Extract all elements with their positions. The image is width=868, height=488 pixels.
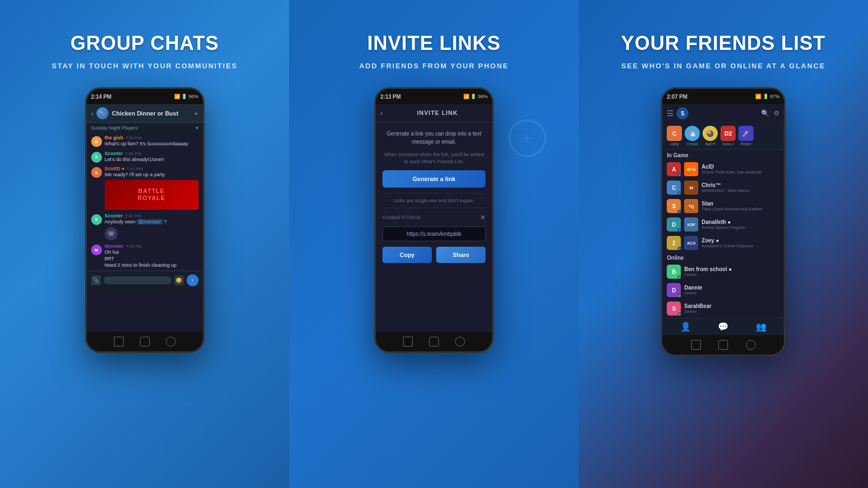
phone-right-nav-back[interactable]: ‹ [691,340,701,350]
friend-item-danalleth[interactable]: D KSP Danalleth ● Kerbal Space Program [662,215,784,234]
friend-thumb-avatar-rocke: 🚀 [738,126,754,141]
friends-tab-group-icon[interactable]: 👥 [756,322,767,332]
friend-thumb-rocke[interactable]: 🚀 Rocke [738,126,754,146]
settings-icon[interactable]: ⚙ [774,110,780,117]
search-icon[interactable]: 🔍 [761,110,769,117]
send-button[interactable]: ↑ [187,274,199,286]
friend-item-chris[interactable]: C M Chris™ MORDHAU · Main Menu [662,178,784,197]
chat-group-name: Chicken Dinner or Bust [112,110,190,117]
generate-link-button[interactable]: Generate a link [382,170,486,188]
friend-game-danalleth: Kerbal Space Program [701,225,780,230]
phone-left-bottom-bar: ‹ [87,332,203,351]
friends-tab-chat-icon[interactable]: 💬 [718,322,729,332]
steam-logo: S [676,107,688,119]
friend-thumb-avatar-colby: C [667,126,682,141]
msg-name-5: Monster [105,243,124,249]
monster-sticker: 👾 [105,227,118,240]
friend-item-sarahbear[interactable]: S SarahBear Online [662,299,784,318]
msg-header-3: ScottD ● 7:41 PM [105,166,199,171]
phone-right-icons: 📶 🔋 97% [755,94,780,99]
msg-header-4: Scooter 7:41 PM [105,213,199,219]
msg-time-3: 7:41 PM [127,166,143,171]
friend-thumb-colby[interactable]: C colby [667,126,682,146]
chat-message-2: S Scooter 7:39 PM Let's do this already!… [91,151,199,163]
msg-name-1: the gish [105,135,124,140]
single-use-note: Links are single-use and don't expire. [382,193,486,208]
invite-back-icon[interactable]: ‹ [380,108,383,117]
friend-status-text-dannie: Online [684,291,780,296]
mention-tag: @monster [137,219,163,224]
friends-header-left: ☰ S [667,107,688,119]
msg-header-1: the gish 7:39 PM [105,135,199,140]
friend-avatar-acid: A [667,162,681,176]
msg-content-5: Monster 7:42 PM Oh haiBRTNeed 2 mins to … [105,243,199,268]
phone-nav-back[interactable]: ‹ [114,337,124,346]
friend-item-acid[interactable]: A GTA AcID Grand Theft Auto: San Andreas [662,160,784,178]
emoji-icon[interactable]: 😊 [174,275,184,285]
phone-center-nav-home[interactable] [429,337,439,346]
back-arrow-icon[interactable]: ‹ [91,109,94,118]
friend-thumb-ball[interactable]: 🎱 Ball P [703,126,718,146]
friends-tab-person-icon[interactable]: 👤 [680,322,691,332]
friend-status-sarahbear [678,312,681,316]
msg-header-5: Monster 7:42 PM [105,243,199,249]
msg-avatar-1: G [91,136,102,147]
phone-nav-home[interactable] [140,337,150,346]
invite-action-buttons: Copy Share [382,247,486,263]
invite-header: ‹ INVITE LINK [376,104,492,122]
friend-item-dannie[interactable]: D Dannie Online [662,281,784,299]
msg-time-2: 7:39 PM [125,151,141,156]
phone-right-screen: ☰ S 🔍 ⚙ C colby 🐔 Chicke [662,104,784,335]
panel-left-subtitle: STAY IN TOUCH WITH YOUR COMMUNITIES [52,61,238,72]
friend-item-zoey[interactable]: Z ACO Zoey ● Assassin's Creed Odyssey [662,234,784,252]
friends-header-right: 🔍 ⚙ [761,110,780,117]
chat-section-toggle[interactable]: ▾ [196,125,199,131]
phone-center-nav-back[interactable]: ‹ [403,337,413,346]
link-url-bar[interactable]: https://s.team/kmtqddk [382,227,486,241]
friend-thumb-name-chicke: Chicke [687,142,698,146]
friend-name-zoey: Zoey ● [701,237,780,243]
panel-group-chats: GROUP CHATS STAY IN TOUCH WITH YOUR COMM… [0,0,289,488]
panel-right-subtitle: SEE WHO'S IN GAME OR ONLINE AT A GLANCE [621,61,825,72]
add-member-icon[interactable]: + [194,109,198,118]
msg-content-3: ScottD ● 7:41 PM We ready? I'll set up a… [105,166,199,209]
attachment-icon[interactable]: 📎 [91,275,101,285]
friend-avatar-chris: C [667,181,681,195]
friend-game-acid: Grand Theft Auto: San Andreas [701,170,780,175]
share-button[interactable]: Share [436,247,486,263]
friend-name-danalleth: Danalleth ● [701,219,780,225]
friend-game-icon-stan: TQ [684,199,698,213]
phone-right-nav-home[interactable] [718,340,728,350]
friend-name-dannie: Dannie [684,285,780,291]
phone-center-nav-recent[interactable] [455,337,465,346]
msg-avatar-2: S [91,152,102,163]
friend-item-stan[interactable]: S TQ Stan Titan Quest Anniversary Editio… [662,197,784,215]
copy-button[interactable]: Copy [382,247,432,263]
msg-text-2: Let's do this already!1!one!! [105,157,199,163]
invite-description: Generate a link you can drop into a text… [382,130,486,146]
chat-message-1: G the gish 7:39 PM What's up fam? It's S… [91,135,199,147]
phone-nav-recent[interactable] [166,337,176,346]
friend-info-danalleth: Danalleth ● Kerbal Space Program [701,219,780,230]
phone-right-nav-recent[interactable] [746,340,756,350]
friend-thumb-chicke[interactable]: 🐔 Chicke [685,126,700,146]
friend-thumb-dota[interactable]: D2 Dota 2 [720,126,736,146]
friend-avatar-dannie: D [667,283,681,297]
friend-avatar-ben: B [667,265,681,279]
msg-text-1: What's up fam? It's Suuuuuuundaaaay [105,141,199,147]
friend-game-icon-danalleth: KSP [684,217,698,232]
phone-center-screen: ‹ INVITE LINK Generate a link you can dr… [376,104,492,332]
chat-input-bar[interactable] [104,277,171,284]
friend-status-text-ben: Online [684,272,780,277]
friend-item-ben[interactable]: B Ben from school ● Online [662,262,784,281]
panel-invite-links: INVITE LINKS ADD FRIENDS FROM YOUR PHONE… [289,0,578,488]
friend-thumb-avatar-chicke: 🐔 [685,126,700,141]
friend-info-chris: Chris™ MORDHAU · Main Menu [701,182,780,193]
friend-game-icon-chris: M [684,181,698,195]
phone-right-bottom-bar: ‹ [662,335,784,355]
hamburger-menu-icon[interactable]: ☰ [667,109,674,118]
link-close-button[interactable]: ✕ [480,214,486,221]
friend-name-acid: AcID [701,164,780,170]
msg-name-2: Scooter [105,151,123,156]
friend-info-zoey: Zoey ● Assassin's Creed Odyssey [701,237,780,248]
